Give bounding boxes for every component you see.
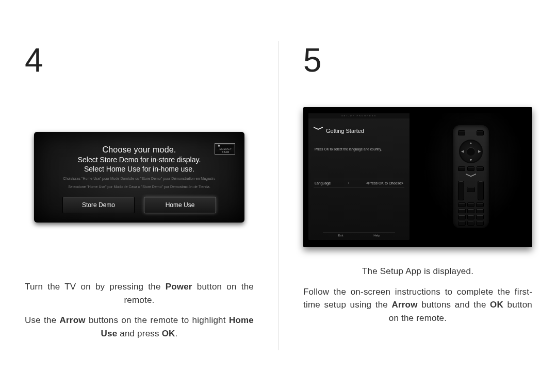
remote-mute-button [467, 187, 475, 192]
step4-para-1: Turn the TV on by pressing the Power but… [25, 280, 254, 306]
remote-key-5 [467, 209, 475, 213]
mode-title: Choose your mode. [45, 145, 233, 155]
remote-key-3 [476, 202, 484, 207]
remote-key-6 [476, 209, 484, 213]
mode-fine-es: Seleccione "Home Use" por Modo de Casa o… [45, 184, 233, 190]
tv-setup-screen: SET-UP PROGRESS Getting Started Press OK… [303, 107, 532, 247]
home-use-button[interactable]: Home Use [144, 197, 216, 213]
language-value: <Press OK to Choose> [366, 181, 403, 185]
remote-numpad [458, 202, 484, 223]
page-step-4: 4 ENERGY STAR Choose your mode. Select S… [0, 0, 278, 392]
remote-menu-button [477, 166, 484, 171]
mode-fine-fr: Choisissez "Home Use" pour Mode Domicile… [45, 176, 233, 181]
remote-key-0 [467, 221, 475, 226]
figure-step-5: SET-UP PROGRESS Getting Started Press OK… [303, 105, 532, 249]
remote-illustration-area: ▲ ▼ ◀ ▶ [415, 113, 527, 240]
remote-volume-rocker [458, 181, 464, 200]
remote-key-dash [476, 221, 484, 226]
remote-input-button [458, 130, 465, 135]
step-number-4: 4 [25, 41, 254, 79]
dpad-up-icon: ▲ [469, 141, 473, 145]
remote-dpad: ▲ ▼ ◀ ▶ [459, 140, 483, 163]
dpad-left-icon: ◀ [461, 149, 464, 154]
footer-exit-button[interactable]: Exit [338, 234, 343, 237]
step5-para-2: Follow the on-screen instructions to com… [303, 285, 532, 325]
step5-para-1: The Setup App is displayed. [303, 265, 532, 278]
remote-key-8 [467, 215, 475, 219]
figure-step-4: ENERGY STAR Choose your mode. Select Sto… [25, 105, 254, 249]
remote-channel-rocker [478, 181, 484, 200]
setup-panel-hint: Press OK to select the language and coun… [314, 147, 404, 151]
remote-back-button [458, 166, 465, 171]
remote-power-button [477, 130, 484, 135]
instructions-step-4: Turn the TV on by pressing the Power but… [25, 280, 254, 347]
remote-key-2 [467, 202, 475, 207]
remote-key-7 [458, 215, 466, 219]
remote-logo-icon [466, 174, 476, 178]
setup-panel-footer: Exit Help [323, 232, 395, 237]
vizio-icon [314, 128, 323, 134]
mode-sub-1: Select Store Demo for in-store display. [45, 156, 233, 164]
energy-star-icon: ENERGY STAR [215, 143, 235, 155]
footer-help-button[interactable]: Help [373, 234, 380, 237]
language-row[interactable]: Language › <Press OK to Choose> [314, 179, 404, 188]
instructions-step-5: The Setup App is displayed. Follow the o… [303, 265, 532, 332]
page-step-5: 5 SET-UP PROGRESS Getting Started Press … [278, 0, 557, 392]
mode-sub-2: Select Home Use for in-home use. [45, 165, 233, 173]
step-number-5: 5 [303, 41, 532, 79]
step4-para-2: Use the Arrow buttons on the remote to h… [25, 314, 254, 340]
remote-guide-button [467, 166, 474, 171]
setup-panel: SET-UP PROGRESS Getting Started Press OK… [308, 113, 409, 240]
language-label: Language [315, 181, 331, 185]
dpad-down-icon: ▼ [469, 158, 473, 162]
remote-control: ▲ ▼ ◀ ▶ [453, 125, 489, 228]
dpad-right-icon: ▶ [478, 149, 481, 154]
setup-panel-title: Getting Started [326, 128, 364, 134]
remote-key-9 [476, 215, 484, 219]
remote-key-4 [458, 209, 466, 213]
chevron-right-icon: › [348, 181, 349, 185]
remote-key-pic [458, 221, 466, 226]
store-demo-button[interactable]: Store Demo [62, 197, 135, 213]
setup-progress-band: SET-UP PROGRESS [308, 113, 409, 118]
remote-key-1 [458, 202, 466, 207]
tv-mode-dialog: ENERGY STAR Choose your mode. Select Sto… [34, 132, 244, 223]
